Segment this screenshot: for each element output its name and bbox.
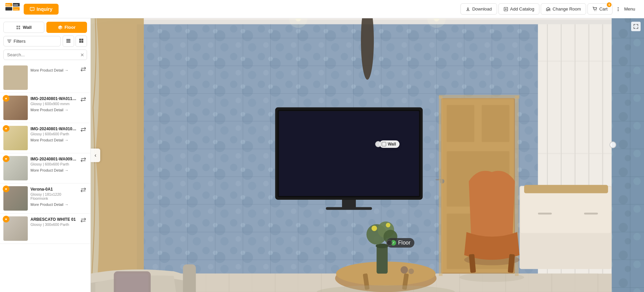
heart-icon: ♥ [3, 216, 9, 222]
favorite-button[interactable]: ♥ [3, 155, 9, 162]
view-toggle [63, 36, 87, 47]
room-view: ‹ [91, 18, 644, 292]
more-detail-link[interactable]: More Product Detail → [30, 108, 77, 112]
svg-point-9 [33, 8, 33, 9]
svg-point-8 [32, 8, 32, 9]
download-button[interactable]: Download [460, 3, 497, 15]
tile-thumbnail [3, 65, 28, 90]
heart-icon: ♥ [3, 155, 9, 162]
search-clear-button[interactable]: ✕ [80, 52, 84, 58]
logo-icon: tiles wale Group [5, 3, 20, 15]
heart-icon: ♥ [3, 95, 9, 102]
cart-icon [593, 7, 597, 12]
favorite-button[interactable]: ♥ [3, 125, 9, 132]
tile-name: IMG-20240801-WA0108 ... [30, 126, 77, 131]
tile-swap-button[interactable] [80, 65, 87, 74]
more-detail-link[interactable]: More Product Detail → [30, 202, 77, 207]
catalog-icon [503, 7, 508, 12]
tile-name: Verona-0A1 [30, 187, 77, 192]
tile-desc: Glossy | 600x900 mmm [30, 102, 77, 106]
favorite-button[interactable]: ♥ [3, 216, 9, 222]
sidebar-tabs: Wall Floor [0, 18, 90, 33]
tile-desc: Glossy | 600x600 Parth [30, 162, 77, 166]
floor-hotspot-indicator [386, 240, 392, 246]
tile-actions [80, 156, 87, 164]
tile-info: IMG-20240801-WA0096 ... Glossy | 600x600… [30, 156, 77, 172]
list-item: ♥ IMG-20240801-WA0118 ... Glossy | 600x9… [0, 93, 90, 123]
svg-point-116 [459, 273, 524, 282]
svg-marker-64 [279, 111, 419, 196]
svg-rect-81 [584, 213, 598, 214]
search-bar: ✕ [3, 50, 87, 60]
grid-view-icon [79, 38, 84, 43]
svg-rect-19 [19, 25, 20, 27]
menu-button[interactable]: Menu [614, 4, 639, 14]
swap-icon [80, 187, 86, 193]
tile-swap-button[interactable] [80, 156, 87, 164]
expand-icon [634, 24, 638, 29]
svg-point-15 [618, 7, 619, 8]
change-room-button[interactable]: Change Room [541, 3, 586, 15]
inquiry-button[interactable]: Inquiry [24, 4, 59, 15]
svg-rect-23 [66, 40, 70, 41]
svg-text:wale: wale [13, 4, 18, 6]
svg-point-96 [386, 223, 390, 228]
tile-actions [80, 65, 87, 74]
svg-rect-27 [79, 41, 81, 43]
swap-icon [80, 66, 86, 72]
svg-point-16 [618, 8, 619, 9]
svg-rect-28 [82, 41, 84, 43]
tile-list: More Product Detail → [0, 63, 90, 292]
swap-icon [80, 157, 86, 163]
more-detail-link[interactable]: More Product Detail → [30, 168, 77, 172]
list-item: ♥ IMG-20240801-WA0108 ... Glossy | 600x6… [0, 123, 90, 153]
svg-rect-75 [439, 96, 443, 276]
add-catalog-button[interactable]: Add Catalog [498, 3, 540, 15]
room-scene [91, 18, 644, 292]
svg-rect-66 [326, 207, 372, 210]
svg-rect-12 [549, 9, 550, 10]
tile-swap-button[interactable] [80, 186, 87, 195]
more-detail-link[interactable]: More Product Detail → [30, 68, 77, 72]
tile-desc: Glossy | 181x1220 Floormonk [30, 192, 77, 200]
filters-button[interactable]: Filters [3, 36, 61, 46]
svg-rect-2 [5, 7, 12, 11]
search-input[interactable] [3, 50, 87, 60]
filter-icon [7, 39, 12, 43]
room-icon [546, 7, 551, 12]
svg-point-95 [371, 226, 377, 231]
tile-actions [80, 126, 87, 134]
tile-swap-button[interactable] [80, 216, 87, 225]
sidebar: Wall Floor Filters [0, 18, 91, 292]
more-detail-link[interactable]: More Product Detail → [30, 138, 77, 142]
tile-desc: Glossy | 600x600 Parth [30, 132, 77, 136]
tile-info: Verona-0A1 Glossy | 181x1220 Floormonk M… [30, 186, 77, 207]
svg-point-17 [618, 10, 619, 11]
tile-actions [80, 96, 87, 104]
svg-rect-25 [79, 39, 81, 41]
floor-tab-icon [58, 25, 63, 30]
header-left: tiles wale Group Inquiry [5, 3, 59, 15]
floor-tab[interactable]: Floor [46, 22, 87, 33]
svg-point-13 [594, 10, 595, 11]
wall-hotspot[interactable]: Wall [380, 140, 399, 148]
wall-tab[interactable]: Wall [3, 22, 44, 33]
favorite-button[interactable]: ♥ [3, 186, 9, 192]
svg-rect-90 [377, 246, 388, 274]
favorite-button[interactable]: ♥ [3, 95, 9, 102]
back-button[interactable]: ‹ [91, 149, 100, 162]
svg-rect-80 [538, 213, 552, 214]
svg-point-14 [596, 10, 596, 11]
cart-button[interactable]: Cart 0 [587, 3, 613, 15]
wall-hotspot-checkbox [382, 142, 386, 147]
grid-view-button[interactable] [76, 36, 87, 47]
wall-tab-icon [16, 25, 21, 30]
tile-swap-button[interactable] [80, 96, 87, 104]
tile-swap-button[interactable] [80, 126, 87, 134]
svg-rect-99 [183, 265, 196, 292]
expand-button[interactable] [631, 22, 641, 31]
svg-rect-21 [19, 27, 20, 29]
tile-name: IMG-20240801-WA0096 ... [30, 157, 77, 161]
svg-rect-65 [342, 200, 356, 208]
list-view-button[interactable] [63, 36, 74, 47]
